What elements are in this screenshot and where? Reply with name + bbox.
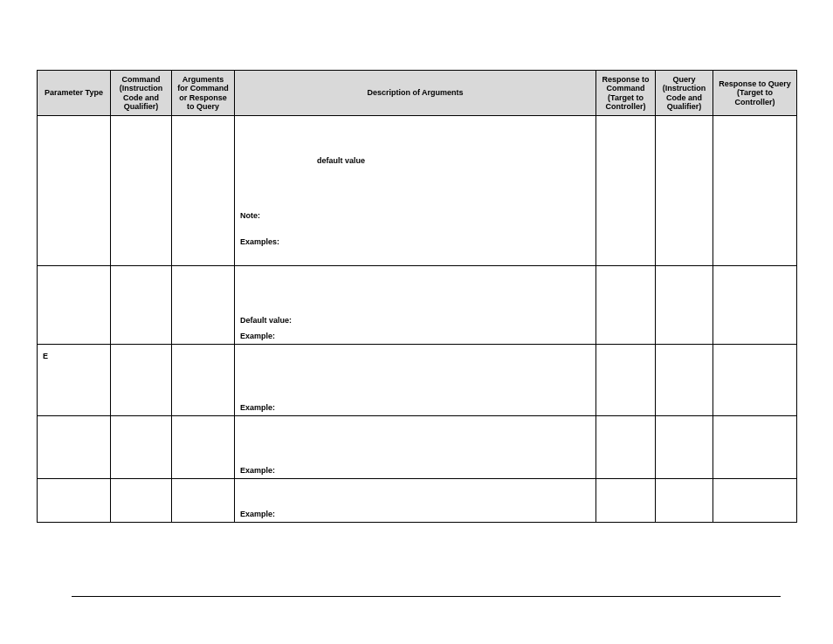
col-arguments: Arguments for Command or Response to Que… <box>172 71 235 116</box>
cell-response-query <box>713 345 797 416</box>
cell-command <box>111 479 172 523</box>
cell-parameter-type: E <box>38 345 111 416</box>
col-command: Command (Instruction Code and Qualifier) <box>111 71 172 116</box>
cell-query <box>656 266 713 345</box>
example-label: Example: <box>240 332 590 340</box>
table-row: Default value: Example: <box>38 266 797 345</box>
cell-command <box>111 116 172 266</box>
cell-query <box>656 479 713 523</box>
cell-query <box>656 116 713 266</box>
col-parameter-type: Parameter Type <box>38 71 111 116</box>
document-page: Parameter Type Command (Instruction Code… <box>0 0 833 644</box>
default-value-label: Default value: <box>240 316 590 325</box>
cell-arguments <box>172 416 235 479</box>
cell-command <box>111 345 172 416</box>
cell-parameter-type <box>38 479 111 523</box>
cell-response-query <box>713 116 797 266</box>
table-header-row: Parameter Type Command (Instruction Code… <box>38 71 797 116</box>
command-arguments-table: Parameter Type Command (Instruction Code… <box>37 70 797 523</box>
cell-response-query <box>713 479 797 523</box>
footer-rule <box>72 596 781 597</box>
cell-arguments <box>172 266 235 345</box>
cell-command <box>111 266 172 345</box>
cell-response-command <box>596 416 656 479</box>
table-row: Example: <box>38 479 797 523</box>
cell-parameter-type <box>38 416 111 479</box>
cell-description: Example: <box>235 416 596 479</box>
default-value-line: default value <box>317 156 365 165</box>
cell-arguments <box>172 345 235 416</box>
cell-description: Example: <box>235 479 596 523</box>
col-response-to-command: Response to Command (Target to Controlle… <box>596 71 656 116</box>
cell-response-command <box>596 345 656 416</box>
col-response-to-query: Response to Query (Target to Controller) <box>713 71 797 116</box>
cell-arguments <box>172 479 235 523</box>
cell-response-command <box>596 479 656 523</box>
example-label: Example: <box>240 403 590 412</box>
examples-label: Examples: <box>240 237 590 246</box>
cell-description: Example: <box>235 345 596 416</box>
col-query: Query (Instruction Code and Qualifier) <box>656 71 713 116</box>
cell-description: default value Note: Examples: <box>235 116 596 266</box>
cell-query <box>656 345 713 416</box>
cell-response-command <box>596 266 656 345</box>
cell-description: Default value: Example: <box>235 266 596 345</box>
table-row: E Example: <box>38 345 797 416</box>
cell-arguments <box>172 116 235 266</box>
cell-parameter-type <box>38 116 111 266</box>
cell-response-command <box>596 116 656 266</box>
table-row: Example: <box>38 416 797 479</box>
cell-command <box>111 416 172 479</box>
example-label: Example: <box>240 466 590 475</box>
cell-response-query <box>713 266 797 345</box>
cell-response-query <box>713 416 797 479</box>
cell-query <box>656 416 713 479</box>
col-description: Description of Arguments <box>235 71 596 116</box>
example-label: Example: <box>240 510 590 518</box>
table-row: default value Note: Examples: <box>38 116 797 266</box>
note-label: Note: <box>240 211 590 220</box>
cell-parameter-type <box>38 266 111 345</box>
